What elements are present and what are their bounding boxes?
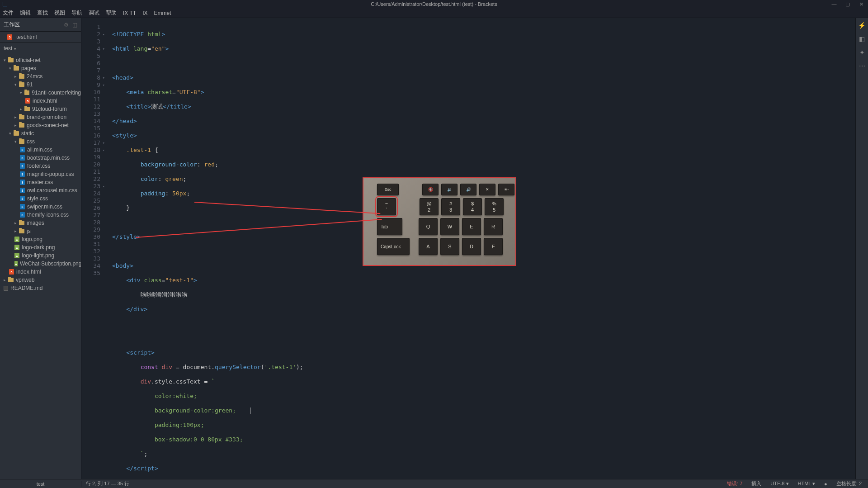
png-icon: ▲ xyxy=(14,253,19,258)
live-preview-icon[interactable]: ⚡ xyxy=(858,22,866,29)
css3-icon: 3 xyxy=(20,204,25,209)
key-5: %5 xyxy=(485,198,504,215)
key-mute: 🔇 xyxy=(422,184,439,195)
key-w: W xyxy=(440,218,459,235)
css3-icon: 3 xyxy=(20,180,25,185)
file-tree: ▾official-net ▾pages ▸24mcs ▾91 ▾91anti-… xyxy=(0,54,81,294)
html5-icon: 5 xyxy=(9,269,14,275)
sidebar-working-label: 工作区 xyxy=(4,21,20,28)
tree-folder[interactable]: ▾static xyxy=(0,129,81,137)
wand-icon[interactable]: ✦ xyxy=(859,49,865,56)
folder-icon xyxy=(19,123,24,128)
split-icon[interactable]: ◫ xyxy=(72,22,77,28)
key-r: R xyxy=(484,218,503,235)
key-s: S xyxy=(440,238,459,255)
tree-file[interactable]: ▲logo-dark.png xyxy=(0,243,81,251)
key-e: E xyxy=(462,218,481,235)
status-errors[interactable]: 错误: 7 xyxy=(725,480,744,487)
window-title: C:/Users/Administrator/Desktop/test.html… xyxy=(371,1,497,7)
more-icon[interactable]: ⋯ xyxy=(859,62,865,70)
html5-icon: 5 xyxy=(25,98,30,104)
working-file-name: test.html xyxy=(16,34,37,40)
menu-help[interactable]: 帮助 xyxy=(106,9,117,17)
status-circle-icon[interactable]: ● xyxy=(822,481,829,487)
key-2: @2 xyxy=(420,198,439,215)
status-ins[interactable]: 插入 xyxy=(750,480,763,487)
project-dropdown[interactable]: test xyxy=(0,43,81,54)
status-cursor: 行 2, 列 17 — 35 行 xyxy=(81,480,129,487)
css3-icon: 3 xyxy=(20,171,25,177)
tree-folder[interactable]: ▸vpnweb xyxy=(0,276,81,284)
menu-navigate[interactable]: 导航 xyxy=(71,9,82,17)
tree-folder[interactable]: ▸js xyxy=(0,227,81,235)
tree-file[interactable]: 3swiper.min.css xyxy=(0,203,81,211)
tree-file[interactable]: 3style.css xyxy=(0,194,81,203)
status-file: test xyxy=(0,481,81,487)
close-button[interactable]: ✕ xyxy=(854,0,868,8)
tree-file[interactable]: ▲logo-light.png xyxy=(0,251,81,260)
tree-folder[interactable]: ▾pages xyxy=(0,64,81,72)
tree-file[interactable]: README.md xyxy=(0,284,81,292)
tree-folder[interactable]: ▸91cloud-forum xyxy=(0,105,81,113)
folder-icon xyxy=(8,278,14,282)
maximize-button[interactable]: ▢ xyxy=(841,0,854,8)
folder-icon xyxy=(14,131,19,136)
tree-file[interactable]: 5index.html xyxy=(0,268,81,276)
tree-file[interactable]: 3themify-icons.css xyxy=(0,211,81,219)
working-file[interactable]: 5 test.html xyxy=(0,32,81,43)
png-icon: ▲ xyxy=(14,237,19,242)
tree-file[interactable]: 3magnific-popup.css xyxy=(0,170,81,178)
png-icon: ▲ xyxy=(14,245,19,250)
folder-icon xyxy=(19,229,24,233)
tree-folder[interactable]: ▸24mcs xyxy=(0,72,81,81)
folder-icon xyxy=(24,90,30,95)
folder-icon xyxy=(19,115,24,119)
css3-icon: 3 xyxy=(20,188,25,193)
menu-file[interactable]: 文件 xyxy=(3,9,14,17)
tree-file[interactable]: 3bootstrap.min.css xyxy=(0,154,81,162)
tree-folder[interactable]: ▸goods-conect-net xyxy=(0,121,81,129)
menu-debug[interactable]: 调试 xyxy=(89,9,99,17)
css3-icon: 3 xyxy=(20,212,25,218)
tree-folder[interactable]: ▾91anti-counterfeiting xyxy=(0,89,81,97)
tree-folder[interactable]: ▸images xyxy=(0,219,81,227)
tree-file[interactable]: 5index.html xyxy=(0,97,81,105)
key-volup: 🔊 xyxy=(460,184,476,195)
tree-file[interactable]: ▲WeChat-Subscription.png xyxy=(0,260,81,268)
menu-edit[interactable]: 编辑 xyxy=(20,9,31,17)
key-4: $4 xyxy=(463,198,482,215)
folder-icon xyxy=(8,58,14,62)
keyboard-annotation: Esc 🔇 🔉 🔊 ✕ ☀- ~` @2 #3 $4 %5 Tab Q W E … xyxy=(363,177,516,266)
menu-ixtt[interactable]: IX TT xyxy=(123,10,136,16)
tree-file[interactable]: 3master.css xyxy=(0,178,81,186)
tree-file[interactable]: 3owl.carousel.min.css xyxy=(0,186,81,194)
key-voldown: 🔉 xyxy=(441,184,458,195)
menu-find[interactable]: 查找 xyxy=(37,9,48,17)
menu-ix[interactable]: IX xyxy=(142,10,147,16)
tree-file[interactable]: ▲logo.png xyxy=(0,235,81,243)
tree-folder[interactable]: ▸brand-promotion xyxy=(0,113,81,121)
key-3: #3 xyxy=(441,198,460,215)
statusbar: test 行 2, 列 17 — 35 行 错误: 7 插入 UTF-8 ▾ H… xyxy=(0,479,868,488)
key-q: Q xyxy=(419,218,438,235)
folder-icon xyxy=(19,221,24,225)
tree-file[interactable]: 3all.min.css xyxy=(0,146,81,154)
tree-file[interactable]: 3footer.css xyxy=(0,162,81,170)
key-capslock: CapsLock xyxy=(377,238,410,255)
key-d: D xyxy=(462,238,481,255)
gear-icon[interactable]: ⚙ xyxy=(64,22,69,28)
tree-folder[interactable]: ▾css xyxy=(0,137,81,146)
window-controls: — ▢ ✕ xyxy=(827,0,868,8)
folder-icon xyxy=(19,82,24,87)
key-tab: Tab xyxy=(377,218,402,235)
status-encoding[interactable]: UTF-8 ▾ xyxy=(769,481,790,487)
tree-folder[interactable]: ▾official-net xyxy=(0,56,81,64)
status-language[interactable]: HTML ▾ xyxy=(796,481,817,487)
line-gutter: 12345 678910 1112131415 1617181920 21222… xyxy=(81,18,104,479)
menu-view[interactable]: 视图 xyxy=(54,9,65,17)
extension-manager-icon[interactable]: ◧ xyxy=(859,35,865,43)
tree-folder[interactable]: ▾91 xyxy=(0,81,81,89)
menu-emmet[interactable]: Emmet xyxy=(154,10,171,16)
status-spaces[interactable]: 空格长度: 2 xyxy=(835,480,863,487)
minimize-button[interactable]: — xyxy=(827,0,841,8)
